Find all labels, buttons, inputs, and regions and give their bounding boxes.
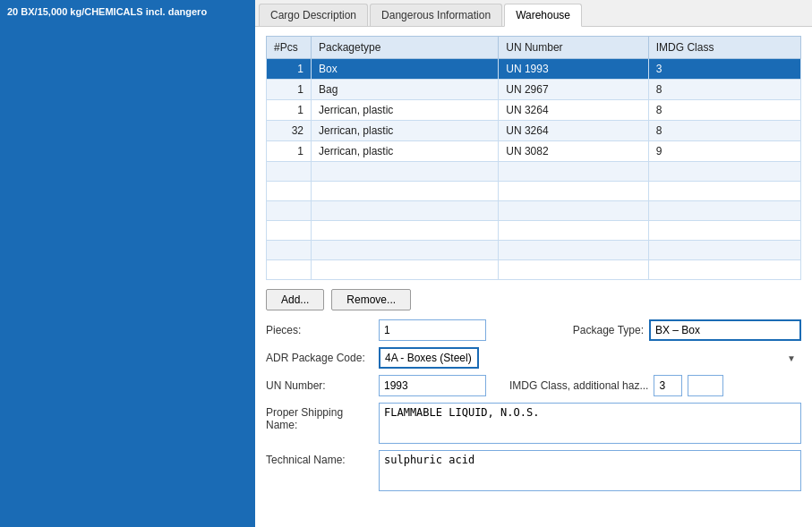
un-imdg-row: UN Number: IMDG Class, additional haz... — [266, 375, 801, 396]
table-row[interactable]: 32 Jerrican, plastic UN 3264 8 — [267, 121, 801, 141]
pieces-label: Pieces: — [266, 324, 373, 336]
package-type-label: Package Type: — [573, 324, 644, 336]
tab-bar: Cargo Description Dangerous Information … — [255, 0, 812, 27]
content-area: #Pcs Packagetype UN Number IMDG Class 1 … — [255, 27, 812, 527]
technical-name-row: Technical Name: sulphuric acid — [266, 450, 801, 491]
adr-select-wrapper: 4A - Boxes (Steel) — [379, 347, 801, 369]
table-row[interactable]: 1 Bag UN 2967 8 — [267, 80, 801, 100]
main-content: Cargo Description Dangerous Information … — [255, 0, 812, 527]
adr-select[interactable]: 4A - Boxes (Steel) — [379, 347, 479, 369]
col-imdg-class: IMDG Class — [648, 37, 800, 59]
cell-imdg-class: 8 — [648, 100, 800, 121]
cell-pcs: 1 — [267, 80, 312, 100]
col-pcs: #Pcs — [267, 37, 312, 59]
table-row-empty — [267, 162, 801, 182]
remove-button[interactable]: Remove... — [331, 289, 411, 310]
tab-cargo[interactable]: Cargo Description — [259, 4, 368, 26]
cell-un-number: UN 3082 — [499, 141, 649, 162]
cell-packagetype: Jerrican, plastic — [312, 100, 499, 121]
tab-dangerous[interactable]: Dangerous Information — [370, 4, 502, 26]
table-row-empty — [267, 182, 801, 201]
proper-shipping-label: Proper Shipping Name: — [266, 403, 373, 431]
cell-pcs: 1 — [267, 59, 312, 80]
cell-pcs: 1 — [267, 141, 312, 162]
cell-un-number: UN 3264 — [499, 121, 649, 141]
table-row-empty — [267, 201, 801, 221]
col-packagetype: Packagetype — [312, 37, 499, 59]
adr-row: ADR Package Code: 4A - Boxes (Steel) — [266, 347, 801, 369]
form-section: Pieces: Package Type: ADR Package Code: … — [266, 319, 801, 494]
un-number-input[interactable] — [379, 375, 486, 396]
imdg-extra-input[interactable] — [688, 375, 723, 396]
cell-packagetype: Box — [312, 59, 499, 80]
pieces-input[interactable] — [379, 319, 486, 341]
cell-packagetype: Jerrican, plastic — [312, 141, 499, 162]
table-row[interactable]: 1 Jerrican, plastic UN 3264 8 — [267, 100, 801, 121]
cell-packagetype: Jerrican, plastic — [312, 121, 499, 141]
cell-imdg-class: 8 — [648, 121, 800, 141]
un-number-label: UN Number: — [266, 379, 373, 392]
cell-pcs: 32 — [267, 121, 312, 141]
adr-label: ADR Package Code: — [266, 352, 373, 364]
proper-shipping-row: Proper Shipping Name: FLAMMABLE LIQUID, … — [266, 403, 801, 444]
imdg-value-input[interactable] — [654, 375, 682, 396]
packages-table: #Pcs Packagetype UN Number IMDG Class 1 … — [266, 36, 801, 280]
table-row[interactable]: 1 Jerrican, plastic UN 3082 9 — [267, 141, 801, 162]
cell-imdg-class: 8 — [648, 80, 800, 100]
add-button[interactable]: Add... — [266, 289, 324, 310]
button-row: Add... Remove... — [266, 289, 801, 310]
sidebar: 20 BX/15,000 kg/CHEMICALS incl. dangero — [0, 0, 255, 527]
cell-un-number: UN 3264 — [499, 100, 649, 121]
table-row-empty — [267, 241, 801, 260]
sidebar-title: 20 BX/15,000 kg/CHEMICALS incl. dangero — [7, 6, 207, 17]
imdg-label: IMDG Class, additional haz... — [509, 379, 648, 392]
technical-name-textarea[interactable]: sulphuric acid — [379, 450, 801, 491]
cell-packagetype: Bag — [312, 80, 499, 100]
table-row[interactable]: 1 Box UN 1993 3 — [267, 59, 801, 80]
pieces-packagetype-row: Pieces: Package Type: — [266, 319, 801, 341]
cell-un-number: UN 2967 — [499, 80, 649, 100]
proper-shipping-textarea[interactable]: FLAMMABLE LIQUID, N.O.S. — [379, 403, 801, 444]
table-row-empty — [267, 221, 801, 241]
cell-imdg-class: 9 — [648, 141, 800, 162]
cell-imdg-class: 3 — [648, 59, 800, 80]
cell-pcs: 1 — [267, 100, 312, 121]
col-un-number: UN Number — [499, 37, 649, 59]
table-row-empty — [267, 260, 801, 280]
package-type-input[interactable] — [649, 319, 801, 341]
technical-name-label: Technical Name: — [266, 450, 373, 466]
tab-warehouse[interactable]: Warehouse — [504, 4, 582, 27]
cell-un-number: UN 1993 — [499, 59, 649, 80]
